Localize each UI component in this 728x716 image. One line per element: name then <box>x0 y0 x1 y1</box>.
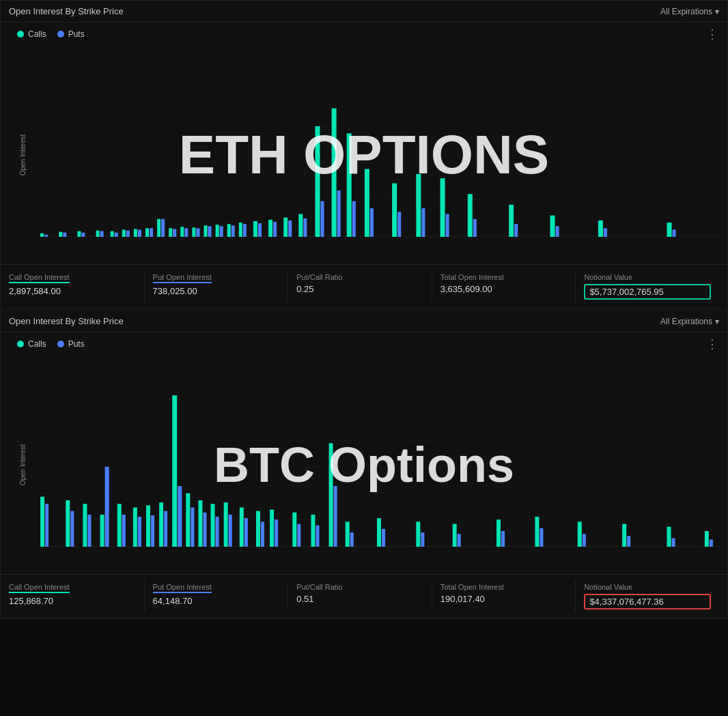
svg-rect-137 <box>159 502 163 547</box>
btc-y-axis-label: Open Interest <box>19 444 27 486</box>
svg-rect-31 <box>173 229 176 237</box>
btc-panel-header: Open Interest By Strike Price All Expira… <box>1 311 727 332</box>
svg-rect-62 <box>416 174 421 237</box>
btc-call-oi-label: Call Open Interest <box>9 583 136 593</box>
eth-options-panel: Open Interest By Strike Price All Expira… <box>0 0 728 309</box>
svg-rect-151 <box>256 511 260 547</box>
svg-rect-68 <box>509 205 514 237</box>
svg-rect-133 <box>133 507 137 547</box>
btc-call-oi-stat: Call Open Interest 125,868.70 <box>9 580 145 612</box>
svg-rect-38 <box>216 225 219 237</box>
svg-rect-54 <box>332 109 337 237</box>
btc-more-icon[interactable]: ⋮ <box>706 336 719 352</box>
svg-rect-59 <box>370 208 374 237</box>
eth-expiry-selector[interactable]: All Expirations ▾ <box>660 7 719 16</box>
svg-rect-52 <box>315 126 320 237</box>
svg-rect-162 <box>350 532 354 547</box>
svg-rect-167 <box>453 524 457 547</box>
svg-rect-169 <box>496 519 501 547</box>
svg-rect-179 <box>705 531 709 547</box>
eth-call-oi-stat: Call Open Interest 2,897,584.00 <box>9 270 145 302</box>
eth-legend: Calls Puts <box>9 25 93 43</box>
svg-rect-22 <box>122 230 126 237</box>
svg-rect-147 <box>224 502 228 547</box>
svg-rect-163 <box>377 518 381 547</box>
svg-rect-30 <box>169 228 172 237</box>
svg-rect-29 <box>161 219 165 237</box>
svg-rect-32 <box>180 227 184 237</box>
svg-rect-51 <box>303 218 307 237</box>
svg-rect-48 <box>283 218 288 237</box>
svg-rect-42 <box>239 223 242 237</box>
eth-put-oi-stat: Put Open Interest 738,025.00 <box>145 270 289 302</box>
svg-rect-128 <box>87 515 91 547</box>
btc-total-oi-value: 190,017.40 <box>440 594 568 604</box>
svg-rect-72 <box>598 220 603 237</box>
svg-rect-149 <box>240 507 244 547</box>
svg-rect-25 <box>138 230 141 237</box>
eth-notional-label: Notional Value <box>584 273 711 281</box>
svg-rect-60 <box>392 184 397 237</box>
svg-rect-146 <box>216 517 219 547</box>
btc-notional-value: $4,337,076,477.36 <box>589 597 705 607</box>
svg-rect-141 <box>186 493 190 547</box>
btc-panel-title: Open Interest By Strike Price <box>9 316 124 326</box>
chevron-down-icon: ▾ <box>715 7 719 16</box>
svg-rect-12 <box>40 233 44 237</box>
calls-dot <box>17 341 24 347</box>
eth-panel-controls: All Expirations ▾ <box>660 7 719 16</box>
svg-rect-36 <box>204 225 207 237</box>
svg-rect-66 <box>468 194 473 237</box>
btc-expiry-selector[interactable]: All Expirations ▾ <box>660 317 719 326</box>
puts-dot <box>57 31 64 38</box>
svg-rect-49 <box>288 220 292 237</box>
svg-rect-156 <box>297 524 300 547</box>
svg-rect-28 <box>157 219 160 237</box>
svg-rect-143 <box>198 500 202 547</box>
eth-call-oi-label: Call Open Interest <box>9 273 136 283</box>
calls-dot <box>17 31 24 38</box>
eth-total-oi-stat: Total Open Interest 3,635,609.00 <box>432 270 576 302</box>
btc-notional-stat: Notional Value $4,337,076,477.36 <box>576 580 719 612</box>
eth-more-icon[interactable]: ⋮ <box>706 27 719 42</box>
eth-put-oi-value: 738,025.00 <box>153 286 280 296</box>
svg-rect-67 <box>473 219 477 237</box>
svg-rect-171 <box>535 517 539 547</box>
svg-rect-14 <box>59 232 62 237</box>
svg-rect-64 <box>440 178 445 237</box>
btc-total-oi-stat: Total Open Interest 190,017.40 <box>432 580 576 612</box>
svg-rect-177 <box>667 527 671 547</box>
eth-y-axis-label: Open Interest <box>19 134 27 176</box>
svg-rect-164 <box>382 529 385 547</box>
svg-rect-165 <box>416 521 420 547</box>
svg-rect-45 <box>258 223 262 237</box>
eth-panel-header: Open Interest By Strike Price All Expira… <box>1 1 727 23</box>
eth-notional-value: $5,737,002,765.95 <box>589 287 705 297</box>
chevron-down-icon: ▾ <box>715 317 719 326</box>
svg-rect-75 <box>673 230 676 237</box>
svg-rect-50 <box>298 214 303 237</box>
svg-rect-65 <box>446 214 449 237</box>
btc-options-panel: Open Interest By Strike Price All Expira… <box>0 310 728 618</box>
svg-rect-158 <box>316 526 319 547</box>
svg-rect-140 <box>178 486 182 547</box>
puts-dot <box>57 341 64 347</box>
svg-rect-124 <box>45 504 48 547</box>
svg-rect-166 <box>421 532 424 547</box>
eth-notional-stat: Notional Value $5,737,002,765.95 <box>576 270 719 302</box>
svg-rect-21 <box>115 233 118 237</box>
svg-rect-175 <box>622 524 626 547</box>
eth-total-oi-value: 3,635,609.00 <box>440 284 568 294</box>
svg-rect-155 <box>292 513 296 547</box>
btc-total-oi-label: Total Open Interest <box>440 583 568 591</box>
svg-rect-131 <box>117 504 122 547</box>
svg-rect-176 <box>627 536 630 547</box>
svg-rect-34 <box>192 227 195 237</box>
svg-rect-53 <box>320 201 324 237</box>
svg-rect-126 <box>70 511 74 547</box>
svg-rect-37 <box>208 226 212 237</box>
svg-rect-161 <box>346 521 350 547</box>
eth-notional-box: $5,737,002,765.95 <box>584 284 711 300</box>
svg-rect-16 <box>77 231 81 237</box>
svg-rect-123 <box>40 497 44 547</box>
